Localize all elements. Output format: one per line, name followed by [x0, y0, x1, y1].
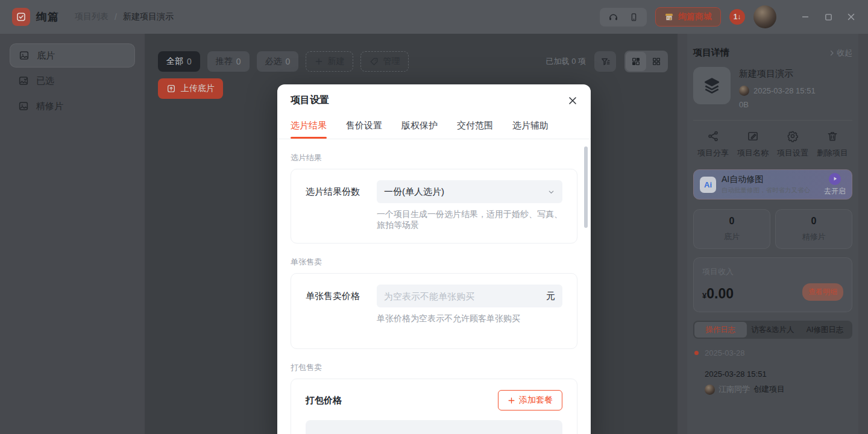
manage-button[interactable]: 管理	[360, 51, 409, 72]
store-button-label: 绚篇商城	[678, 11, 712, 22]
log-date: 2025-03-28	[705, 348, 745, 357]
single-price-input[interactable]	[384, 291, 546, 301]
ai-logo-icon: Ai	[700, 177, 716, 193]
sidebar-item-retouched[interactable]: 精修片	[10, 94, 135, 118]
modal-title: 项目设置	[291, 94, 329, 107]
maximize-button[interactable]	[823, 12, 833, 22]
creator-avatar	[739, 86, 749, 96]
user-avatar[interactable]	[753, 5, 776, 28]
brand-name: 绚篇	[36, 10, 59, 24]
project-created-time: 2025-03-28 15:51	[753, 86, 816, 95]
single-sale-card: 单张售卖价格 元 单张价格为空表示不允许顾客单张购买	[291, 273, 577, 349]
log-user-avatar	[705, 385, 715, 395]
stat-negatives[interactable]: 0 底片	[693, 209, 770, 249]
single-price-label: 单张售卖价格	[306, 291, 377, 302]
topbar: 绚篇 项目列表 / 新建项目演示 绚篇商城 1↓	[0, 0, 868, 34]
upload-negatives-button[interactable]: 上传底片	[158, 78, 223, 99]
rename-project-button[interactable]: 项目名称	[733, 130, 773, 159]
delete-project-button[interactable]: 删除项目	[813, 130, 852, 159]
tab-copyright[interactable]: 版权保护	[401, 114, 438, 139]
sidebar-item-label: 已选	[36, 75, 54, 87]
single-help-text: 单张价格为空表示不允许顾客单张购买	[377, 313, 562, 324]
image-check-icon	[18, 75, 29, 86]
log-time: 2025-03-28 15:51	[705, 370, 852, 379]
income-label: 项目收入	[702, 266, 843, 277]
transfer-badge[interactable]: 1↓	[729, 9, 745, 25]
share-project-button[interactable]: 项目分享	[693, 130, 733, 159]
modal-tab-bar: 选片结果 售价设置 版权保护 交付范围 选片辅助	[277, 114, 591, 139]
upload-icon	[166, 84, 176, 93]
filter-all[interactable]: 全部 0	[158, 51, 200, 72]
minimize-button[interactable]	[800, 12, 810, 22]
single-price-input-wrap: 元	[377, 285, 562, 307]
image-icon	[18, 101, 29, 112]
add-package-button[interactable]: 添加套餐	[498, 390, 562, 410]
tag-icon	[370, 57, 379, 66]
tab-visitors[interactable]: 访客&选片人	[747, 322, 799, 338]
filter-funnel-button[interactable]	[594, 51, 616, 72]
sidebar-item-selected[interactable]: 已选	[10, 69, 135, 93]
modal-scrollbar-thumb[interactable]	[584, 146, 588, 228]
layers-icon	[693, 67, 731, 104]
stat-label: 精修片	[802, 231, 826, 242]
package-card: 打包价格 添加套餐 暂未添加打包套餐 打包套餐适用于二销或在线打包销售场景	[291, 379, 577, 434]
package-price-label: 打包价格	[306, 395, 342, 406]
tab-selection-assist[interactable]: 选片辅助	[512, 114, 549, 139]
log-entry: 2025-03-28 15:51 江南同学 创建项目	[705, 370, 852, 395]
mobile-app-icon[interactable]	[629, 12, 638, 22]
modal-body: 选片结果 选片结果份数 一份(单人选片) 一个项目生成一份选片结果，适用于婚纱、…	[277, 153, 591, 434]
project-size: 0B	[739, 100, 816, 109]
tab-selection-result[interactable]: 选片结果	[291, 114, 327, 139]
section-label-result: 选片结果	[291, 153, 577, 163]
sidebar-item-label: 精修片	[36, 101, 63, 112]
project-settings-button[interactable]: 项目设置	[773, 130, 813, 159]
upload-label: 上传底片	[181, 83, 215, 94]
new-group-label: 新建	[327, 56, 344, 67]
headset-icon[interactable]	[608, 12, 618, 22]
plus-icon	[315, 57, 323, 66]
store-button[interactable]: 绚篇商城	[655, 7, 721, 27]
project-actions: 项目分享 项目名称 项目设置 删除项目	[693, 120, 852, 167]
tab-pricing[interactable]: 售价设置	[346, 114, 382, 139]
close-modal-button[interactable]	[568, 96, 577, 105]
tab-delivery-scope[interactable]: 交付范围	[457, 114, 493, 139]
play-icon[interactable]	[829, 173, 841, 185]
support-group	[600, 8, 647, 27]
close-window-button[interactable]	[846, 12, 856, 22]
stat-retouched[interactable]: 0 精修片	[775, 209, 852, 249]
new-group-button[interactable]: 新建	[306, 51, 353, 72]
breadcrumb-project-list[interactable]: 项目列表	[75, 11, 108, 22]
filter-label: 全部	[166, 56, 183, 67]
ai-enable-link[interactable]: 去开启	[824, 186, 846, 197]
project-summary: 新建项目演示 2025-03-28 15:51 0B	[693, 67, 852, 109]
filter-required[interactable]: 必选 0	[257, 51, 299, 72]
unit-label: 元	[546, 291, 555, 302]
view-details-button[interactable]: 查看明细	[802, 283, 843, 301]
filter-recommended[interactable]: 推荐 0	[207, 51, 250, 72]
edit-icon	[747, 130, 759, 142]
select-value: 一份(单人选片)	[384, 186, 444, 198]
small-grid-view-button[interactable]	[646, 52, 667, 71]
action-label: 项目设置	[777, 148, 808, 159]
tab-operation-log[interactable]: 操作日志	[694, 322, 747, 338]
image-icon	[19, 50, 30, 61]
breadcrumb-current: 新建项目演示	[123, 11, 174, 22]
project-stats: 0 底片 0 精修片	[693, 209, 852, 249]
ai-retouch-banner[interactable]: Ai AI自动修图 自动批量修图，省时省力又省心 去开启	[693, 169, 852, 200]
section-label-package: 打包售卖	[291, 362, 577, 373]
tab-ai-log[interactable]: AI修图日志	[799, 322, 851, 338]
action-label: 项目分享	[697, 148, 729, 159]
log-action-text: 创建项目	[753, 384, 785, 395]
chevron-right-icon	[828, 49, 835, 57]
trash-icon	[826, 130, 838, 142]
collapse-label: 收起	[837, 48, 852, 58]
result-count-select[interactable]: 一份(单人选片)	[377, 180, 562, 203]
collapse-button[interactable]: 收起	[828, 48, 852, 58]
package-empty-state: 暂未添加打包套餐 打包套餐适用于二销或在线打包销售场景	[306, 420, 562, 434]
gear-icon	[787, 130, 799, 142]
log-tab-bar: 操作日志 访客&选片人 AI修图日志	[693, 321, 852, 339]
chevron-down-icon	[547, 188, 555, 196]
sidebar-item-negatives[interactable]: 底片	[10, 43, 135, 68]
grid-view-button[interactable]	[626, 52, 646, 71]
log-date-group: 2025-03-28	[694, 348, 852, 357]
